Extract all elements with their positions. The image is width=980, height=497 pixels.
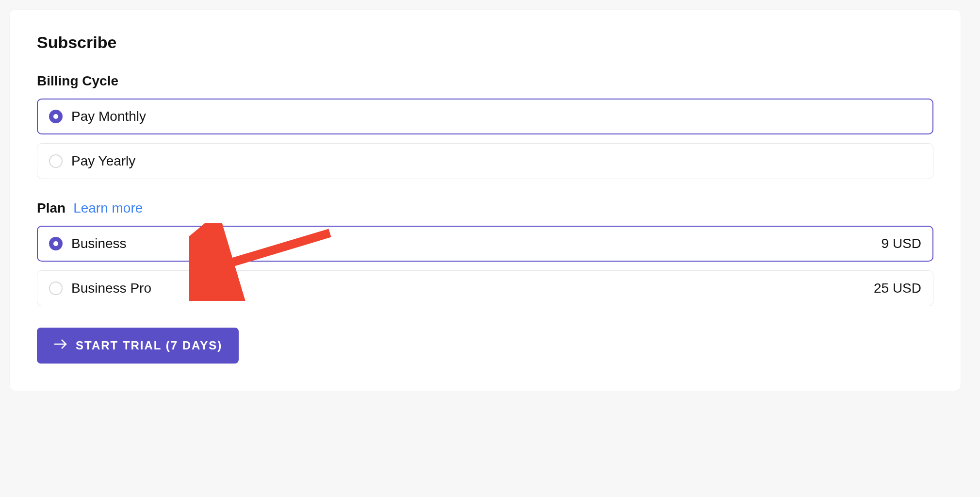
billing-cycle-section: Billing Cycle Pay Monthly Pay Yearly	[37, 73, 933, 179]
billing-option-monthly[interactable]: Pay Monthly	[37, 99, 933, 134]
option-label: Business Pro	[71, 281, 874, 296]
option-label: Pay Monthly	[71, 109, 921, 124]
plan-label-row: Plan Learn more	[37, 200, 933, 216]
start-trial-button[interactable]: START TRIAL (7 DAYS)	[37, 328, 239, 364]
radio-icon	[49, 237, 63, 250]
plan-label: Plan	[37, 200, 65, 216]
card-title: Subscribe	[37, 33, 933, 52]
arrow-right-icon	[53, 338, 68, 353]
plan-section: Plan Learn more Business 9 USD Business …	[37, 200, 933, 306]
option-price: 25 USD	[874, 281, 921, 296]
option-label: Business	[71, 236, 882, 251]
learn-more-link[interactable]: Learn more	[73, 200, 143, 216]
radio-icon	[49, 154, 63, 168]
subscribe-card: Subscribe Billing Cycle Pay Monthly Pay …	[10, 10, 961, 391]
plan-option-business[interactable]: Business 9 USD	[37, 226, 933, 262]
billing-cycle-options: Pay Monthly Pay Yearly	[37, 99, 933, 179]
cta-label: START TRIAL (7 DAYS)	[76, 339, 222, 352]
option-price: 9 USD	[882, 236, 921, 251]
option-label: Pay Yearly	[71, 153, 921, 169]
radio-icon	[49, 110, 63, 123]
billing-cycle-label: Billing Cycle	[37, 73, 933, 89]
billing-option-yearly[interactable]: Pay Yearly	[37, 143, 933, 179]
radio-icon	[49, 282, 63, 295]
plan-option-business-pro[interactable]: Business Pro 25 USD	[37, 270, 933, 306]
plan-options: Business 9 USD Business Pro 25 USD	[37, 226, 933, 306]
